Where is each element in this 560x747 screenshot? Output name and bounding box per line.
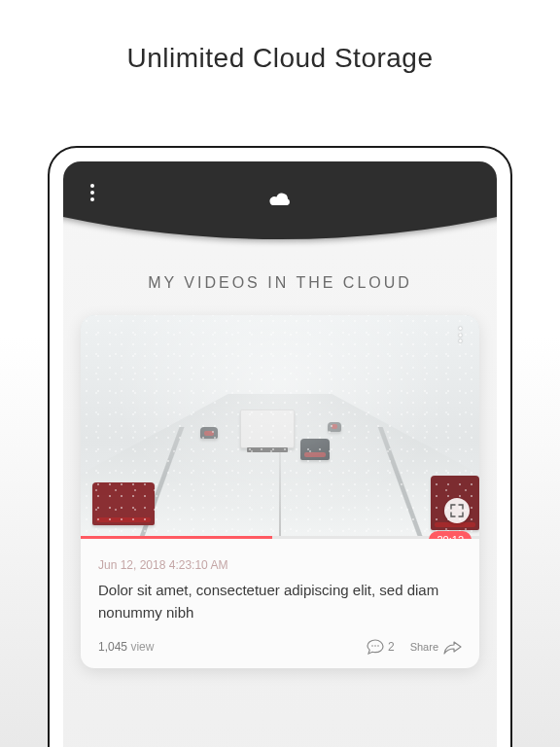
section-title: MY VIDEOS IN THE CLOUD <box>63 274 497 292</box>
video-description: Dolor sit amet, consectetuer adipiscing … <box>98 580 462 623</box>
share-button[interactable]: Share <box>410 639 462 655</box>
cloud-icon <box>266 190 294 213</box>
fullscreen-icon <box>450 504 464 517</box>
video-duration-badge: 20:12 <box>429 531 472 539</box>
svg-point-1 <box>374 645 376 647</box>
video-timestamp: Jun 12, 2018 4:23:10 AM <box>98 558 462 572</box>
video-card: 20:12 Jun 12, 2018 4:23:10 AM Dolor sit … <box>81 315 479 668</box>
video-progress-track[interactable] <box>81 536 479 539</box>
comment-icon <box>367 639 384 655</box>
header-menu-button[interactable] <box>81 181 104 204</box>
fullscreen-button[interactable] <box>444 498 470 523</box>
device-frame: MY VIDEOS IN THE CLOUD <box>48 146 512 747</box>
comments-button[interactable]: 2 <box>367 639 395 655</box>
video-options-button[interactable] <box>450 325 470 344</box>
app-header <box>63 161 497 268</box>
share-icon <box>442 639 462 655</box>
video-meta: Jun 12, 2018 4:23:10 AM Dolor sit amet, … <box>81 539 479 668</box>
app-screen: MY VIDEOS IN THE CLOUD <box>63 161 497 747</box>
video-progress-fill <box>81 536 272 539</box>
share-label: Share <box>410 641 438 653</box>
marketing-headline: Unlimited Cloud Storage <box>0 0 560 74</box>
comment-count: 2 <box>388 640 395 654</box>
view-count: 1,045 view <box>98 640 154 654</box>
svg-point-2 <box>377 645 379 647</box>
video-thumbnail[interactable]: 20:12 <box>81 315 479 539</box>
svg-point-0 <box>371 645 373 647</box>
